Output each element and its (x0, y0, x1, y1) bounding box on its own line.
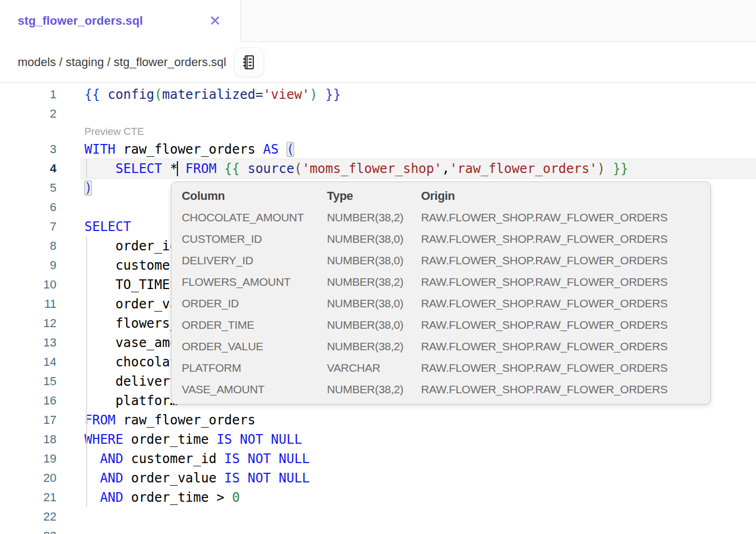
notebook-icon (241, 54, 257, 71)
breadcrumb[interactable]: models / staging / stg_flower_orders.sql (18, 55, 226, 69)
column-cell: FLOWERS_AMOUNT (182, 276, 327, 288)
column-row: PLATFORMVARCHARRAW.FLOWER_SHOP.RAW_FLOWE… (172, 357, 710, 379)
code-line[interactable]: 23 (0, 526, 756, 534)
column-cell: RAW.FLOWER_SHOP.RAW_FLOWER_ORDERS (421, 383, 700, 396)
line-number: 1 (0, 85, 56, 104)
code-line[interactable]: 20 AND order_value IS NOT NULL (0, 468, 756, 488)
line-number: 20 (0, 468, 56, 488)
popup-body: CHOCOLATE_AMOUNTNUMBER(38,2)RAW.FLOWER_S… (172, 207, 710, 400)
column-cell: ORDER_TIME (182, 319, 327, 331)
code-text (81, 507, 756, 526)
popup-column-header: Origin (421, 189, 700, 203)
column-cell: NUMBER(38,2) (327, 340, 421, 353)
column-row: CHOCOLATE_AMOUNTNUMBER(38,2)RAW.FLOWER_S… (172, 207, 710, 228)
column-cell: NUMBER(38,0) (327, 319, 421, 331)
column-row: FLOWERS_AMOUNTNUMBER(38,2)RAW.FLOWER_SHO… (172, 271, 710, 293)
column-cell: CUSTOMER_ID (182, 233, 327, 246)
code-line[interactable]: 19 AND customer_id IS NOT NULL (0, 449, 756, 468)
indent-guide (86, 236, 87, 410)
column-row: VASE_AMOUNTNUMBER(38,2)RAW.FLOWER_SHOP.R… (172, 379, 710, 400)
column-cell: RAW.FLOWER_SHOP.RAW_FLOWER_ORDERS (421, 211, 700, 224)
popup-header-row: ColumnTypeOrigin (172, 185, 710, 207)
column-row: ORDER_VALUENUMBER(38,2)RAW.FLOWER_SHOP.R… (172, 336, 710, 357)
code-text: FROM raw_flower_orders (81, 410, 756, 430)
line-number: 3 (0, 140, 56, 159)
tab-bar: stg_flower_orders.sql ✕ (0, 0, 756, 42)
indent-guide (86, 159, 87, 178)
breadcrumb-row: models / staging / stg_flower_orders.sql (0, 42, 756, 82)
code-text (81, 104, 756, 124)
code-line[interactable]: 1{{ config(materialized='view') }} (0, 85, 756, 104)
column-row: ORDER_IDNUMBER(38,0)RAW.FLOWER_SHOP.RAW_… (172, 293, 710, 314)
line-number: 18 (0, 430, 56, 449)
code-line[interactable]: 4 SELECT * FROM {{ source('moms_flower_s… (0, 159, 756, 178)
column-cell: RAW.FLOWER_SHOP.RAW_FLOWER_ORDERS (421, 340, 700, 353)
code-text: SELECT * FROM {{ source('moms_flower_sho… (81, 159, 756, 178)
line-number: 4 (0, 159, 56, 178)
line-number: 11 (0, 294, 56, 314)
column-cell: PLATFORM (182, 362, 327, 374)
file-outline-button[interactable] (234, 47, 264, 77)
code-line[interactable]: 18WHERE order_time IS NOT NULL (0, 430, 756, 449)
column-cell: RAW.FLOWER_SHOP.RAW_FLOWER_ORDERS (421, 254, 700, 267)
column-row: ORDER_TIMENUMBER(38,0)RAW.FLOWER_SHOP.RA… (172, 314, 710, 336)
column-cell: ORDER_ID (182, 297, 327, 310)
code-line[interactable]: 2 (0, 104, 756, 124)
column-cell: RAW.FLOWER_SHOP.RAW_FLOWER_ORDERS (421, 319, 700, 331)
line-number: 9 (0, 256, 56, 275)
column-row: CUSTOMER_IDNUMBER(38,0)RAW.FLOWER_SHOP.R… (172, 228, 710, 250)
close-icon[interactable]: ✕ (209, 14, 221, 28)
column-cell: DELIVERY_ID (182, 254, 327, 267)
popup-column-header: Column (182, 189, 327, 203)
line-number: 23 (0, 526, 56, 534)
column-cell: NUMBER(38,0) (327, 297, 421, 310)
code-line[interactable]: 17FROM raw_flower_orders (0, 410, 756, 430)
line-number: 5 (0, 178, 56, 198)
column-cell: NUMBER(38,0) (327, 233, 421, 246)
line-number: 21 (0, 488, 56, 507)
column-cell: ORDER_VALUE (182, 340, 327, 353)
source-columns-popup: ColumnTypeOrigin CHOCOLATE_AMOUNTNUMBER(… (171, 182, 711, 405)
tab-title: stg_flower_orders.sql (18, 14, 143, 28)
code-editor[interactable]: 1{{ config(materialized='view') }}2Previ… (0, 83, 756, 534)
code-text: AND customer_id IS NOT NULL (81, 449, 756, 468)
column-cell: RAW.FLOWER_SHOP.RAW_FLOWER_ORDERS (421, 362, 700, 374)
column-cell: NUMBER(38,0) (327, 254, 421, 267)
tab-stg-flower-orders[interactable]: stg_flower_orders.sql ✕ (0, 0, 240, 42)
line-number: 2 (0, 104, 56, 124)
line-number: 10 (0, 275, 56, 294)
code-text: WITH raw_flower_orders AS ( (81, 140, 756, 159)
code-text: WHERE order_time IS NOT NULL (81, 430, 756, 449)
column-cell: RAW.FLOWER_SHOP.RAW_FLOWER_ORDERS (421, 276, 700, 288)
code-line[interactable]: 21 AND order_time > 0 (0, 488, 756, 507)
code-text: {{ config(materialized='view') }} (81, 85, 756, 104)
line-number: 8 (0, 236, 56, 256)
tab-strip-empty-area (240, 0, 756, 42)
line-number: 6 (0, 198, 56, 217)
column-cell: VASE_AMOUNT (182, 383, 327, 396)
column-row: DELIVERY_IDNUMBER(38,0)RAW.FLOWER_SHOP.R… (172, 250, 710, 271)
column-cell: RAW.FLOWER_SHOP.RAW_FLOWER_ORDERS (421, 233, 700, 246)
column-cell: VARCHAR (327, 362, 421, 374)
line-number: 12 (0, 314, 56, 333)
code-line[interactable]: 3WITH raw_flower_orders AS ( (0, 140, 756, 159)
column-cell: NUMBER(38,2) (327, 211, 421, 224)
code-text (81, 526, 756, 534)
preview-cte-lens[interactable]: Preview CTE (0, 124, 756, 140)
column-cell: RAW.FLOWER_SHOP.RAW_FLOWER_ORDERS (421, 297, 700, 310)
popup-column-header: Type (327, 189, 421, 203)
line-number: 16 (0, 391, 56, 410)
line-number: 14 (0, 352, 56, 372)
line-number: 19 (0, 449, 56, 468)
line-number: 7 (0, 217, 56, 236)
line-number: 13 (0, 333, 56, 352)
indent-guide (86, 410, 87, 507)
line-number: 15 (0, 372, 56, 391)
column-cell: CHOCOLATE_AMOUNT (182, 211, 327, 224)
line-number: 17 (0, 410, 56, 430)
line-number: 22 (0, 507, 56, 526)
column-cell: NUMBER(38,2) (327, 276, 421, 288)
code-text: AND order_value IS NOT NULL (81, 468, 756, 488)
code-text: AND order_time > 0 (81, 488, 756, 507)
code-line[interactable]: 22 (0, 507, 756, 526)
